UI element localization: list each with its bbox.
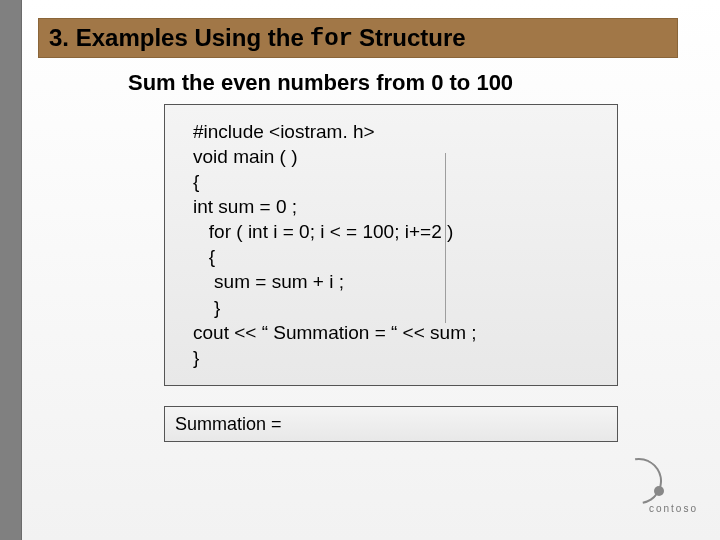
title-suffix: Structure bbox=[359, 24, 466, 52]
output-text: Summation = bbox=[175, 414, 282, 435]
code-line: #include <iostram. h> bbox=[193, 119, 607, 144]
code-line: { bbox=[193, 169, 607, 194]
code-line: cout << “ Summation = “ << sum ; bbox=[193, 320, 607, 345]
title-prefix: 3. Examples Using the bbox=[49, 24, 304, 52]
code-divider-line bbox=[445, 153, 446, 323]
code-line: int sum = 0 ; bbox=[193, 194, 607, 219]
code-line: for ( int i = 0; i < = 100; i+=2 ) bbox=[193, 219, 607, 244]
logo-text: contoso bbox=[649, 503, 698, 514]
code-line: } bbox=[193, 295, 607, 320]
output-box: Summation = bbox=[164, 406, 618, 442]
code-line: void main ( ) bbox=[193, 144, 607, 169]
left-sidebar-strip bbox=[0, 0, 22, 540]
slide-title-bar: 3. Examples Using the for Structure bbox=[38, 18, 678, 58]
code-line: } bbox=[193, 345, 607, 370]
slide-subtitle: Sum the even numbers from 0 to 100 bbox=[128, 70, 513, 96]
logo-dot-icon bbox=[654, 486, 664, 496]
title-keyword: for bbox=[310, 25, 353, 52]
code-line: sum = sum + i ; bbox=[193, 269, 607, 294]
contoso-logo: contoso bbox=[604, 456, 698, 514]
code-box: #include <iostram. h> void main ( ) { in… bbox=[164, 104, 618, 386]
code-line: { bbox=[193, 244, 607, 269]
